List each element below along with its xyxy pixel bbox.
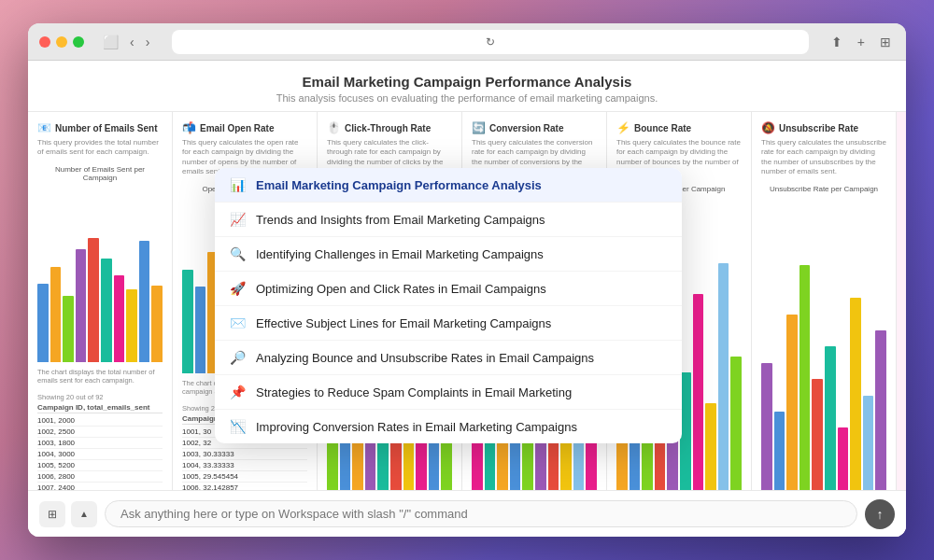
dropdown-icon-0: 📊	[230, 177, 247, 192]
address-bar[interactable]: ↻	[172, 30, 808, 54]
emails-sent-chart-label: Number of Emails Sent per Campaign	[37, 165, 163, 182]
expand-button[interactable]: ▲	[71, 501, 97, 527]
dropdown-item-2[interactable]: 🔍 Identifying Challenges in Email Market…	[215, 237, 682, 272]
grid-button[interactable]: ⊞	[876, 33, 895, 51]
dropdown-icon-5: 🔎	[230, 350, 247, 365]
dropdown-label-0: Email Marketing Campaign Performance Ana…	[256, 178, 542, 192]
table-row: 1006, 2800	[37, 471, 163, 483]
share-button[interactable]: ⬆	[828, 33, 846, 51]
dropdown-label-1: Trends and Insights from Email Marketing…	[256, 213, 545, 227]
dropdown-icon-7: 📉	[230, 419, 247, 434]
page-subtitle: This analysis focuses on evaluating the …	[47, 92, 887, 104]
unsubscribe-chart-label: Unsubscribe Rate per Campaign	[761, 185, 886, 193]
table-row: 1005, 29.545454	[182, 471, 307, 483]
dropdown-icon-4: ✉️	[230, 315, 247, 330]
ctr-title: Click-Through Rate	[345, 123, 431, 133]
metric-card-emails-sent: 📧 Number of Emails Sent This query provi…	[28, 112, 173, 537]
unsubscribe-title: Unsubscribe Rate	[779, 123, 858, 133]
new-tab-button[interactable]: +	[854, 33, 869, 51]
dropdown-label-2: Identifying Challenges in Email Marketin…	[256, 247, 544, 261]
dropdown-item-3[interactable]: 🚀 Optimizing Open and Click Rates in Ema…	[215, 272, 682, 306]
forward-nav-button[interactable]: ›	[142, 33, 154, 51]
table-row: 1003, 1800	[37, 438, 163, 449]
bounce-icon: ⚡	[616, 121, 630, 134]
dropdown-item-0[interactable]: 📊 Email Marketing Campaign Performance A…	[215, 168, 682, 203]
emails-sent-col-header: Campaign ID, total_emails_sent	[37, 403, 163, 413]
conversion-title: Conversion Rate	[489, 123, 563, 133]
dropdown-label-5: Analyzing Bounce and Unsubscribe Rates i…	[256, 351, 594, 365]
emails-sent-chart	[37, 186, 163, 364]
table-row: 1003, 30.33333	[182, 449, 307, 460]
forward-button[interactable]: ‹	[126, 33, 138, 51]
titlebar: ⬜ ‹ › ↻ ⬆ + ⊞	[28, 23, 906, 61]
input-left-icons: ⊞ ▲	[39, 501, 97, 527]
input-bar: ⊞ ▲ ↑	[28, 490, 906, 537]
dropdown-label-4: Effective Subject Lines for Email Market…	[256, 316, 551, 330]
chat-input[interactable]	[105, 500, 857, 527]
maximize-button[interactable]	[73, 36, 84, 48]
browser-window: ⬜ ‹ › ↻ ⬆ + ⊞ Email Marketing Campaign P…	[28, 23, 906, 537]
dropdown-item-4[interactable]: ✉️ Effective Subject Lines for Email Mar…	[215, 306, 682, 341]
browser-content: Email Marketing Campaign Performance Ana…	[28, 61, 906, 537]
emails-sent-showing: Showing 20 out of 92	[37, 393, 163, 401]
table-row: 1001, 2000	[37, 415, 163, 427]
emails-sent-desc: This query provides the total number of …	[37, 138, 163, 158]
open-rate-icon: 📬	[182, 121, 196, 134]
unsubscribe-icon: 🔕	[761, 121, 775, 134]
metric-card-spam: ⚠️ Spam Complaint Rate This query calcul…	[897, 112, 906, 537]
dropdown-label-7: Improving Conversion Rates in Email Mark…	[256, 420, 577, 434]
page-header: Email Marketing Campaign Performance Ana…	[28, 61, 906, 112]
dropdown-menu: 📊 Email Marketing Campaign Performance A…	[215, 168, 682, 443]
open-rate-title: Email Open Rate	[200, 123, 274, 133]
emails-sent-title: Number of Emails Sent	[55, 123, 157, 133]
dropdown-item-7[interactable]: 📉 Improving Conversion Rates in Email Ma…	[215, 410, 682, 443]
dropdown-item-6[interactable]: 📌 Strategies to Reduce Spam Complaints i…	[215, 375, 682, 410]
dropdown-icon-2: 🔍	[230, 246, 247, 261]
nav-buttons: ⬜ ‹ ›	[99, 33, 153, 51]
cards-area: 📧 Number of Emails Sent This query provi…	[28, 112, 906, 537]
table-row: 1002, 2500	[37, 427, 163, 438]
send-icon: ↑	[877, 507, 884, 522]
conversion-icon: 🔄	[472, 121, 486, 134]
dropdown-label-6: Strategies to Reduce Spam Complaints in …	[256, 385, 572, 399]
dropdown-icon-6: 📌	[230, 385, 247, 399]
close-button[interactable]	[39, 36, 50, 48]
unsubscribe-desc: This query calculates the unsubscribe ra…	[761, 138, 886, 177]
back-button[interactable]: ⬜	[99, 33, 122, 51]
table-row: 1004, 3000	[37, 449, 163, 460]
page-title: Email Marketing Campaign Performance Ana…	[47, 74, 887, 90]
table-row: 1004, 33.33333	[182, 460, 307, 471]
minimize-button[interactable]	[56, 36, 67, 48]
browser-actions: ⬆ + ⊞	[828, 33, 895, 51]
dropdown-icon-3: 🚀	[230, 281, 247, 296]
attachment-button[interactable]: ⊞	[39, 501, 65, 527]
table-row: 1005, 5200	[37, 460, 163, 471]
ctr-icon: 🖱️	[327, 121, 341, 134]
dropdown-item-5[interactable]: 🔎 Analyzing Bounce and Unsubscribe Rates…	[215, 341, 682, 375]
metric-card-unsubscribe: 🔕 Unsubscribe Rate This query calculates…	[752, 112, 897, 537]
dropdown-item-1[interactable]: 📈 Trends and Insights from Email Marketi…	[215, 203, 682, 237]
emails-sent-icon: 📧	[37, 121, 51, 134]
emails-sent-footer: The chart displays the total number of e…	[37, 368, 163, 386]
bounce-title: Bounce Rate	[634, 123, 691, 133]
refresh-icon: ↻	[486, 35, 495, 49]
traffic-lights	[39, 36, 84, 48]
dropdown-label-3: Optimizing Open and Click Rates in Email…	[256, 282, 546, 296]
dropdown-icon-1: 📈	[230, 212, 247, 227]
send-button[interactable]: ↑	[865, 499, 895, 529]
unsubscribe-chart	[761, 197, 886, 527]
